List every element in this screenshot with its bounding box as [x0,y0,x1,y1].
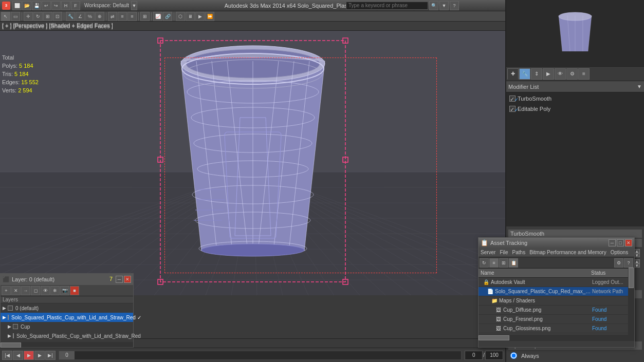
scale-icon[interactable]: ⊞ [43,12,52,21]
select-icon[interactable]: ↖ [1,12,10,21]
at-vscrollbar[interactable] [628,268,634,341]
at-menu-bitmap[interactable]: Bitmap Performance and Memory [529,250,606,255]
layer-vis-1[interactable] [8,315,9,320]
at-close[interactable]: ✕ [625,239,632,246]
layers-scrollbar-h[interactable] [1,342,133,347]
workspace-dropdown-icon[interactable]: ▼ [131,1,137,10]
tab-extra[interactable]: ≡ [578,68,590,80]
undo-icon[interactable]: ↩ [42,1,51,10]
align-icon[interactable]: ≡ [118,12,127,21]
at-minimize[interactable]: ─ [609,239,616,246]
tab-display[interactable]: 👁 [555,68,566,80]
at-menu-server[interactable]: Server [481,250,495,255]
turbsmooth-title[interactable]: TurboSmooth [508,230,642,238]
end-frame-input[interactable] [485,351,503,360]
viewport[interactable]: Total Polys: 5 184 Tris: 5 184 Edges: 15… [0,22,505,295]
go-start-btn[interactable]: |◀ [2,351,12,360]
add-to-layer-btn[interactable]: → [21,286,30,295]
curve-editor-icon[interactable]: 📈 [153,12,162,21]
align-view-icon[interactable]: ≡ [127,12,137,21]
at-menu-paths[interactable]: Paths [512,250,526,255]
search-input[interactable] [346,2,428,10]
hold-icon[interactable]: H [61,1,70,10]
new-layer-btn[interactable]: + [2,286,11,295]
layer-solo-cup[interactable]: ▶ Solo_Squared_Plastic_Cup_with_Lid_and_… [1,331,133,340]
layers-close[interactable]: ✕ [124,276,131,283]
layer-cup[interactable]: ▶ Cup [1,322,133,331]
fetch-icon[interactable]: F [71,1,80,10]
at-menu-file[interactable]: File [500,250,508,255]
hide-btn[interactable]: 👁 [41,286,50,295]
move-icon[interactable]: ✛ [24,12,33,21]
freeze-btn[interactable]: ❄ [50,286,60,295]
layer-cup-container[interactable]: ▶ Solo_Squared_Plastic_Cup_with_Lid_and_… [1,313,133,322]
modifier-dropdown-icon[interactable]: ▼ [637,84,642,89]
spinner-snap-icon[interactable]: ⊕ [95,12,104,21]
at-settings-btn[interactable]: ⚙ [614,258,623,268]
layers-scroll-thumb[interactable] [1,342,21,348]
at-menu-options[interactable]: Options [611,250,628,255]
rotate-icon[interactable]: ↻ [33,12,43,21]
material-editor-icon[interactable]: ⬡ [176,12,185,21]
redo-icon[interactable]: ↪ [51,1,61,10]
tab-motion[interactable]: ▶ [543,68,554,80]
select-region-icon[interactable]: ▭ [11,12,20,21]
open-icon[interactable]: 📂 [22,1,31,10]
at-row-vault[interactable]: 🔒 Autodesk Vault Logged Out... [479,278,634,287]
turbsmooth-checkbox[interactable]: ✓ [509,96,516,102]
layer-vis-0[interactable] [8,306,13,311]
prev-frame-btn[interactable]: ◀ [13,351,23,360]
color-btn[interactable]: ■ [70,286,79,295]
percent-snap-icon[interactable]: % [85,12,95,21]
tab-hierarchy[interactable]: ⇕ [531,68,542,80]
render-last-icon[interactable]: ⏩ [205,12,214,21]
render-icon[interactable]: ▶ [195,12,205,21]
viewport-label[interactable]: [ + ] [Perspective ] [Shaded + Edged Fac… [0,22,115,29]
modifier-turbsmooth[interactable]: ✓ TurboSmooth [507,93,643,104]
modifier-editable-poly[interactable]: ✓ Editable Poly [507,104,643,114]
select-objects-btn[interactable]: ◻ [31,286,40,295]
start-frame-input[interactable] [465,351,483,360]
always-radio[interactable] [510,352,517,359]
tab-modify[interactable]: 🔧 [519,68,530,80]
render-setup-icon[interactable]: 🖥 [186,12,195,21]
at-detail-btn[interactable]: 📋 [509,258,518,268]
save-icon[interactable]: 💾 [32,1,41,10]
schematic-view-icon[interactable]: 🔗 [163,12,172,21]
at-vscroll-thumb[interactable] [629,268,634,288]
scale-uniform-icon[interactable]: ⊡ [53,12,62,21]
help-icon[interactable]: ? [450,1,459,10]
at-list-view-btn[interactable]: ≡ [489,258,499,268]
layers-minimize[interactable]: ─ [116,276,123,283]
at-tree-view-btn[interactable]: ⊞ [499,258,508,268]
at-row-maxfile[interactable]: 📄 Solo_Squared_Plastic_Cup_Red_max_vray.… [479,287,634,296]
layer-vis-2[interactable] [13,324,18,329]
render-btn[interactable]: 📷 [60,286,69,295]
at-row-maps[interactable]: 📁 Maps / Shaders [479,296,634,306]
go-end-btn[interactable]: ▶| [45,351,56,360]
search-icon[interactable]: 🔍 [429,1,438,10]
layer-default[interactable]: ▶ 0 (default) [1,303,133,313]
at-refresh-btn[interactable]: ↻ [480,258,489,268]
search-options-icon[interactable]: ▼ [439,1,449,10]
at-hscrollbar[interactable] [479,335,628,341]
tab-utilities[interactable]: ⚙ [566,68,578,80]
at-maximize[interactable]: □ [617,239,624,246]
timeline-bar[interactable]: 0 [59,351,462,360]
angle-snap-icon[interactable]: ∠ [76,12,85,21]
delete-layer-btn[interactable]: ✕ [11,286,21,295]
at-row-gloss[interactable]: 🖼 Cup_Glossiness.png Found [479,324,634,333]
editpoly-checkbox[interactable]: ✓ [509,106,516,112]
at-row-diffuse[interactable]: 🖼 Cup_Diffuse.png Found [479,306,634,315]
snap-toggle-icon[interactable]: 🔧 [66,12,75,21]
named-selections-icon[interactable]: ⊞ [140,12,150,21]
mirror-icon[interactable]: ⇌ [108,12,117,21]
layer-vis-3[interactable] [13,333,14,338]
at-hscroll-thumb[interactable] [479,335,509,340]
at-help-btn[interactable]: ? [624,258,633,268]
next-frame-btn[interactable]: ▶ [34,351,45,360]
new-icon[interactable]: ⬜ [12,1,22,10]
tab-create[interactable]: ✚ [507,68,519,80]
at-row-fresnel[interactable]: 🖼 Cup_Fresnel.png Found [479,315,634,324]
play-btn[interactable]: ▶ [24,351,34,360]
